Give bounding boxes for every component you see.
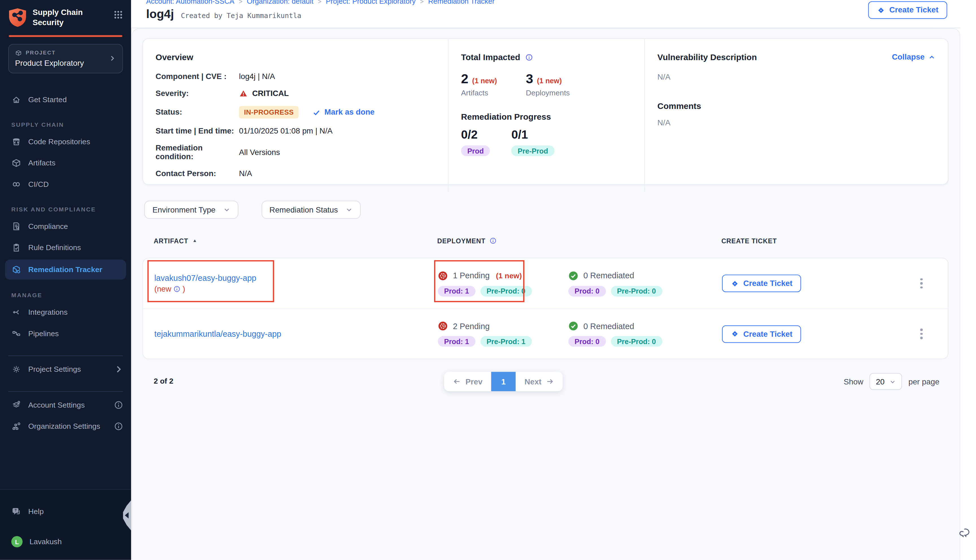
chevron-right-icon bbox=[108, 55, 116, 62]
sidebar-item-label: Integrations bbox=[28, 307, 67, 316]
preprod-count-badge: Pre-Prod: 0 bbox=[480, 286, 532, 297]
code-repo-icon bbox=[11, 136, 22, 147]
row-actions-cell bbox=[895, 326, 948, 342]
breadcrumb-separator: > bbox=[420, 0, 424, 5]
deployment-cell: 1 Pending (1 new) Prod: 1 Pre-Prod: 0 bbox=[429, 270, 557, 296]
collapse-button[interactable]: Collapse bbox=[892, 53, 935, 62]
condition-label: Remediation condition: bbox=[155, 144, 239, 161]
button-label: Next bbox=[524, 377, 541, 386]
sidebar-user[interactable]: L Lavakush bbox=[0, 531, 131, 552]
arrow-left-icon bbox=[453, 377, 461, 385]
warning-triangle-icon bbox=[239, 89, 248, 98]
remediated-icon bbox=[568, 270, 578, 280]
sidebar-item-project-settings[interactable]: Project Settings bbox=[0, 358, 131, 380]
sidebar-item-compliance[interactable]: Compliance bbox=[0, 215, 131, 237]
sidebar-footer: ? Help L Lavakush bbox=[0, 489, 131, 560]
support-chat-icon[interactable] bbox=[958, 527, 972, 540]
time-value: 01/10/2025 01:08 pm | N/A bbox=[239, 127, 435, 135]
per-page-control: Show 20 per page bbox=[844, 373, 939, 390]
status-badge: IN-PROGRESS bbox=[239, 106, 299, 118]
pipelines-icon bbox=[11, 328, 22, 338]
sidebar-item-label: Pipelines bbox=[28, 329, 59, 338]
sidebar-item-cicd[interactable]: CI/CD bbox=[0, 173, 131, 195]
sidebar-item-rule-definitions[interactable]: Rule Definitions bbox=[0, 237, 131, 258]
info-icon[interactable] bbox=[525, 53, 534, 62]
sidebar-item-get-started[interactable]: Get Started bbox=[0, 88, 131, 110]
column-header-artifact[interactable]: ARTIFACT bbox=[142, 237, 428, 245]
sidebar-item-remediation-tracker[interactable]: Remediation Tracker bbox=[5, 259, 126, 279]
filters-row: Environment Type Remediation Status bbox=[144, 201, 360, 219]
sidebar-item-help[interactable]: ? Help bbox=[0, 501, 131, 522]
new-tag: (new bbox=[154, 285, 171, 293]
org-chart-gear-icon bbox=[11, 421, 22, 431]
sidebar-item-account-settings[interactable]: Account Settings bbox=[0, 394, 131, 415]
total-impacted-heading: Total Impacted bbox=[461, 53, 520, 62]
breadcrumb-remediation-tracker[interactable]: Remediation Tracker bbox=[428, 0, 495, 5]
comments-value: N/A bbox=[657, 118, 935, 127]
artifact-link[interactable]: lavakush07/easy-buggy-app bbox=[154, 273, 429, 283]
artifact-cell: tejakummarikuntla/easy-buggy-app bbox=[143, 329, 429, 338]
sidebar-item-code-repositories[interactable]: Code Repositories bbox=[0, 131, 131, 152]
create-ticket-button-header[interactable]: Create Ticket bbox=[868, 1, 947, 18]
create-ticket-button-row[interactable]: Create Ticket bbox=[722, 275, 801, 292]
table-row: lavakush07/easy-buggy-app (new ) 1 Pendi… bbox=[143, 258, 948, 308]
layers-gear-icon bbox=[11, 400, 22, 410]
info-icon[interactable] bbox=[113, 400, 124, 410]
column-label: CREATE TICKET bbox=[721, 237, 777, 245]
breadcrumb-project[interactable]: Project: Product Exploratory bbox=[326, 0, 416, 5]
pending-count: 1 Pending bbox=[453, 271, 490, 280]
artifacts-count: 2 bbox=[461, 72, 469, 87]
button-label: Create Ticket bbox=[743, 279, 792, 288]
component-cve-value: log4j | N/A bbox=[239, 72, 435, 81]
sidebar-item-label: Organization Settings bbox=[28, 422, 100, 430]
next-page-button[interactable]: Next bbox=[516, 372, 563, 391]
remediated-count: 0 Remediated bbox=[584, 271, 634, 280]
sidebar-item-label: Account Settings bbox=[28, 400, 85, 409]
kebab-menu-icon[interactable] bbox=[918, 326, 925, 342]
environment-type-filter[interactable]: Environment Type bbox=[144, 201, 238, 219]
prod-count-badge: Prod: 0 bbox=[568, 336, 606, 347]
deployments-count: 3 bbox=[526, 72, 533, 87]
project-selector[interactable]: PROJECT Product Exploratory bbox=[8, 43, 123, 73]
info-icon[interactable] bbox=[489, 237, 497, 245]
sidebar-item-artifacts[interactable]: Artifacts bbox=[0, 152, 131, 173]
sidebar-header: Supply Chain Security bbox=[0, 0, 131, 33]
info-icon[interactable] bbox=[113, 421, 124, 431]
filter-label: Environment Type bbox=[152, 205, 215, 214]
remediation-status-filter[interactable]: Remediation Status bbox=[261, 201, 360, 219]
sidebar-item-organization-settings[interactable]: Organization Settings bbox=[0, 415, 131, 437]
page-number-button[interactable]: 1 bbox=[491, 372, 516, 391]
details-column: Vulnerability Description Collapse N/A C… bbox=[644, 39, 948, 192]
sidebar-item-pipelines[interactable]: Pipelines bbox=[0, 323, 131, 344]
screen: Supply Chain Security PROJECT bbox=[0, 0, 976, 560]
column-label: ARTIFACT bbox=[153, 237, 188, 245]
project-name: Product Exploratory bbox=[15, 59, 108, 67]
component-cve-label: Component | CVE : bbox=[155, 72, 239, 81]
sidebar-item-label: Remediation Tracker bbox=[28, 265, 102, 273]
create-ticket-button-row[interactable]: Create Ticket bbox=[722, 325, 801, 343]
button-label: Collapse bbox=[892, 53, 924, 62]
prod-count-badge: Prod: 0 bbox=[568, 286, 606, 297]
breadcrumb-organization[interactable]: Organization: default bbox=[247, 0, 314, 5]
contact-value: N/A bbox=[239, 169, 435, 178]
kebab-menu-icon[interactable] bbox=[918, 276, 925, 291]
per-page-select[interactable]: 20 bbox=[869, 373, 902, 390]
chevron-left-icon bbox=[125, 512, 128, 518]
severity-label: Severity: bbox=[155, 89, 239, 98]
remediated-count: 0 Remediated bbox=[584, 321, 634, 330]
prev-page-button[interactable]: Prev bbox=[444, 372, 491, 391]
apps-grid-icon[interactable] bbox=[113, 10, 123, 20]
breadcrumb-account[interactable]: Account: Automation-SSCA bbox=[146, 0, 234, 5]
sidebar-item-label: Compliance bbox=[28, 222, 68, 230]
impacted-artifacts-stat: 2(1 new) Artifacts bbox=[461, 72, 497, 97]
mark-as-done-button[interactable]: Mark as done bbox=[313, 108, 375, 117]
artifact-link[interactable]: tejakummarikuntla/easy-buggy-app bbox=[154, 329, 429, 338]
sidebar-section-supply-chain: SUPPLY CHAIN bbox=[0, 110, 131, 131]
sidebar-item-label: Artifacts bbox=[28, 158, 55, 167]
sidebar-divider bbox=[8, 391, 123, 392]
button-label: Create Ticket bbox=[743, 329, 792, 338]
pending-icon bbox=[438, 321, 448, 331]
severity-value: CRITICAL bbox=[252, 89, 289, 98]
sidebar-item-integrations[interactable]: Integrations bbox=[0, 301, 131, 323]
info-icon[interactable] bbox=[173, 285, 181, 293]
